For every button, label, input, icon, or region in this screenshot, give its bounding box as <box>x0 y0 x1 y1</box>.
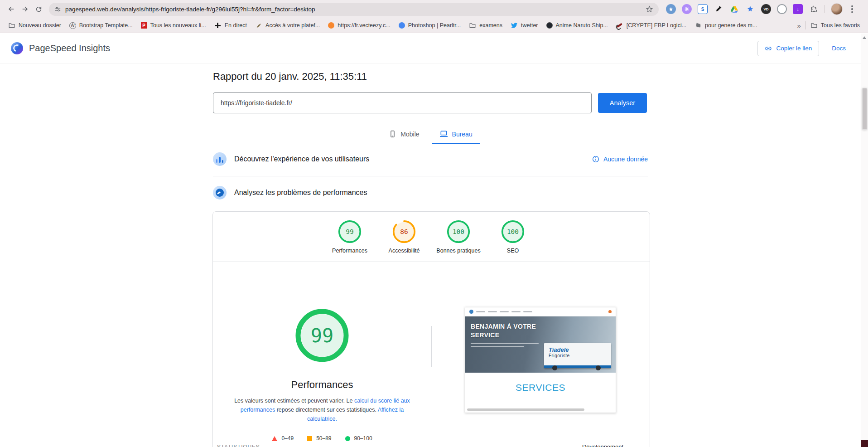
docs-link[interactable]: Docs <box>832 45 846 52</box>
pagespeed-logo-icon[interactable] <box>11 42 23 54</box>
legend-fail: 0–49 <box>272 435 294 442</box>
address-bar[interactable]: pagespeed.web.dev/analysis/https-frigori… <box>49 3 659 16</box>
window-scrollbar[interactable] <box>861 34 868 447</box>
toolbar-separator <box>825 5 825 13</box>
report-card: 99 Performances 86 Accessibilité 100 <box>212 211 650 447</box>
blue-dot-icon <box>399 22 405 29</box>
scrollbar-bottom-button[interactable] <box>861 440 868 447</box>
preview-navbar <box>465 307 616 316</box>
url-text: pagespeed.web.dev/analysis/https-frigori… <box>65 6 315 13</box>
analyzed-url-input[interactable] <box>213 92 592 113</box>
bookmark-acces-plateforme[interactable]: Accès à votre platef... <box>251 20 323 31</box>
bookmark-anime-naruto[interactable]: Anime Naruto Ship... <box>543 20 612 30</box>
reload-button[interactable] <box>32 2 45 16</box>
extension-star-icon[interactable] <box>745 4 755 14</box>
score-performances[interactable]: 99 Performances <box>327 220 373 254</box>
perf-section-title: Analysez les problèmes de performances <box>234 189 367 197</box>
performance-detail-section: 99 Performances Les valeurs sont estimée… <box>213 262 650 442</box>
preview-hero: BENJAMIN À VOTRE SERVICE Tiadele Frigori… <box>465 316 616 373</box>
bookmark-tous-les-nouveaux[interactable]: PTous les nouveaux li... <box>137 20 210 30</box>
browser-toolbar: pagespeed.web.dev/analysis/https-frigori… <box>0 0 868 18</box>
bookmark-nouveau-dossier[interactable]: Nouveau dossier <box>5 20 65 31</box>
link-icon <box>765 45 772 52</box>
ux-section-row: Découvrez l'expérience de vos utilisateu… <box>213 152 648 166</box>
bookmark-photoshop-pearltrees[interactable]: Photoshop | Pearltr... <box>395 20 465 30</box>
extension-eyedropper-icon[interactable] <box>714 4 723 14</box>
extension-downloader-icon[interactable]: ↓ <box>793 4 803 14</box>
bookmark-tous-les-favoris[interactable]: Tous les favoris <box>807 20 863 31</box>
wrench-icon <box>616 22 623 29</box>
extension-stylus-icon[interactable]: S <box>698 4 708 14</box>
site-info-icon[interactable] <box>54 6 61 13</box>
extension-vd-icon[interactable]: VD <box>761 4 771 14</box>
bonnes-pratiques-gauge: 100 <box>447 220 470 243</box>
browser-window: pagespeed.web.dev/analysis/https-frigori… <box>0 0 868 447</box>
page-content: Rapport du 20 janv. 2025, 11:35:11 Analy… <box>0 63 861 447</box>
app-title: PageSpeed Insights <box>29 43 110 53</box>
laptop-icon <box>439 130 448 138</box>
preview-cta-dot <box>608 310 612 313</box>
preview-services-title: SERVICES <box>516 382 565 393</box>
gauge-column: 99 Performances Les valeurs sont estimée… <box>213 262 431 442</box>
profile-avatar[interactable] <box>831 3 843 15</box>
score-description: Les valeurs sont estimées et peuvent var… <box>231 396 413 423</box>
extensions-row: S VD ↓ <box>662 3 859 15</box>
bookmark-en-direct[interactable]: En direct <box>211 20 251 31</box>
scrollbar-thumb[interactable] <box>862 88 867 130</box>
extension-flower-icon[interactable] <box>682 4 692 14</box>
folder-icon <box>810 22 818 29</box>
extension-drive-icon[interactable] <box>729 4 739 14</box>
smartphone-icon <box>389 130 396 138</box>
section-divider <box>213 176 648 176</box>
folder-icon <box>469 22 476 29</box>
reload-icon <box>35 5 43 13</box>
score-legend: 0–49 50–89 90–100 <box>272 435 372 442</box>
developpement-toggle[interactable]: Développement <box>582 443 623 447</box>
info-icon <box>592 155 599 163</box>
analyze-button[interactable]: Analyser <box>598 93 647 113</box>
score-seo[interactable]: 100 SEO <box>490 220 536 254</box>
user-experience-icon <box>213 152 227 166</box>
score-bonnes-pratiques[interactable]: 100 Bonnes pratiques <box>435 220 482 254</box>
quill-icon <box>255 22 262 29</box>
forward-button[interactable] <box>18 2 32 16</box>
tab-desktop[interactable]: Bureau <box>432 126 480 144</box>
w-badge-icon: Ŵ <box>69 22 76 29</box>
extension-shield-icon[interactable] <box>666 4 676 14</box>
preview-logo-icon <box>469 310 473 314</box>
red-triangle-icon <box>272 436 277 441</box>
extensions-puzzle-icon[interactable] <box>809 4 819 14</box>
bookmark-bootstrap-template[interactable]: ŴBootstrap Template... <box>66 20 136 31</box>
bookmark-crypte-ebp[interactable]: [CRYPTE] EBP Logici... <box>612 20 690 31</box>
scrollbar-up-arrow[interactable] <box>863 36 866 39</box>
bookmark-star-icon[interactable] <box>646 5 653 13</box>
bookmark-pour-genere[interactable]: pour genere des m... <box>691 20 761 31</box>
statistics-label: STATISTIQUES <box>217 444 260 447</box>
copy-link-button[interactable]: Copier le lien <box>757 41 819 56</box>
back-arrow-icon <box>7 5 15 13</box>
green-circle-icon <box>345 436 350 441</box>
score-accessibilite[interactable]: 86 Accessibilité <box>381 220 427 254</box>
chrome-menu-button[interactable] <box>849 4 856 15</box>
bookmark-vecteezy[interactable]: https://fr.vecteezy.c... <box>324 20 394 30</box>
back-button[interactable] <box>5 2 18 16</box>
bookmark-examens[interactable]: examens <box>465 20 506 31</box>
big-gauge-value: 99 <box>294 307 350 364</box>
extension-mask-icon[interactable] <box>777 4 787 14</box>
folder-icon <box>8 22 15 29</box>
no-data-link[interactable]: Aucune donnée <box>592 155 648 163</box>
performance-section-row: Analysez les problèmes de performances <box>213 186 648 199</box>
bookmark-twetter[interactable]: twetter <box>507 20 542 31</box>
column-divider <box>431 326 432 367</box>
performance-big-gauge: 99 <box>294 307 350 364</box>
speedometer-icon <box>213 186 227 199</box>
report-title: Rapport du 20 janv. 2025, 11:35:11 <box>213 71 367 83</box>
tab-mobile[interactable]: Mobile <box>381 126 426 144</box>
bookmarks-overflow-chevron[interactable]: » <box>794 22 805 29</box>
orange-square-icon <box>307 436 312 441</box>
psi-header: PageSpeed Insights Copier le lien Docs <box>0 34 861 63</box>
legend-good: 90–100 <box>345 435 372 442</box>
seo-gauge: 100 <box>501 220 525 243</box>
preview-hscrollbar <box>467 408 610 411</box>
bookmarks-separator <box>805 21 806 29</box>
